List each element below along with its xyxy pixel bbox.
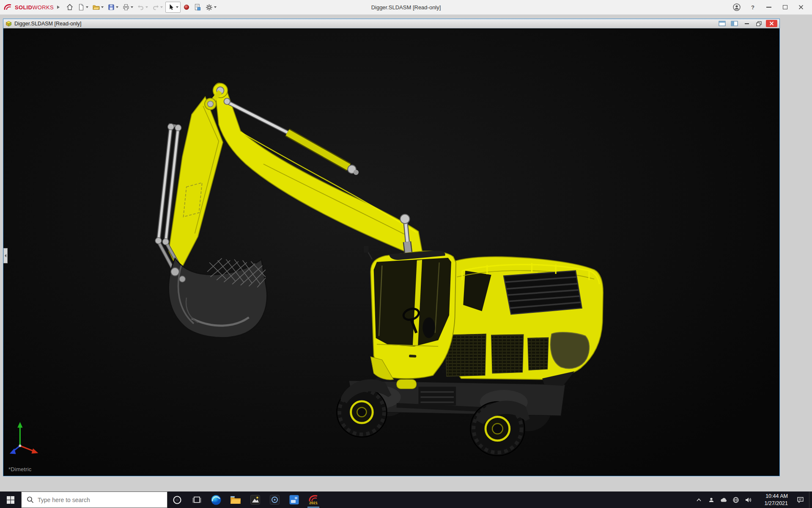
volume-button[interactable]	[742, 491, 754, 508]
onedrive-icon	[720, 497, 727, 502]
excavator-model-render[interactable]	[3, 28, 779, 476]
undo-icon	[137, 3, 145, 11]
doc-restore-button[interactable]	[754, 20, 764, 27]
save-icon	[107, 3, 115, 11]
print-button[interactable]	[121, 2, 134, 13]
doc-restore-icon	[756, 21, 762, 26]
onedrive-button[interactable]	[717, 491, 730, 508]
cortana-button[interactable]	[167, 491, 187, 508]
save-dropdown-icon[interactable]	[116, 6, 118, 8]
menu-expand-arrow-icon[interactable]	[57, 6, 60, 9]
close-button[interactable]	[793, 1, 809, 14]
file-explorer-button[interactable]	[226, 491, 245, 508]
notification-center-button[interactable]	[791, 491, 809, 508]
maximize-button[interactable]	[777, 1, 793, 14]
redo-icon	[152, 3, 159, 11]
search-input[interactable]	[38, 497, 167, 503]
tray-expand-button[interactable]	[693, 491, 705, 508]
select-dropdown-icon[interactable]	[176, 6, 178, 8]
split-window-icon	[731, 21, 738, 26]
file-explorer-icon	[230, 495, 241, 505]
open-dropdown-icon[interactable]	[101, 6, 104, 8]
excavator-stick-and-bucket[interactable]	[155, 91, 267, 337]
appearance-button[interactable]	[182, 2, 191, 13]
graphics-area[interactable]: *Dimetric	[3, 28, 779, 476]
clock-date: 1/27/2021	[764, 500, 788, 507]
window-title: Digger.SLDASM [Read-only]	[371, 4, 441, 11]
volume-icon	[745, 497, 752, 503]
featuremanager-collapsed-tab[interactable]	[3, 248, 8, 263]
document-titlebar[interactable]: Digger.SLDASM [Read-only]	[3, 19, 779, 28]
solidworks-ds-mark	[3, 3, 13, 11]
system-tray: 10:44 AM 1/27/2021	[693, 491, 812, 508]
brand-works: WORKS	[32, 4, 54, 11]
print-icon	[122, 3, 130, 11]
options-dropdown-icon[interactable]	[214, 6, 217, 8]
task-view-button[interactable]	[187, 491, 206, 508]
home-button[interactable]	[65, 2, 75, 13]
show-desktop-button[interactable]	[809, 491, 812, 508]
view-orientation-label: *Dimetric	[8, 466, 32, 472]
redo-button[interactable]	[151, 2, 164, 13]
open-button[interactable]	[91, 2, 105, 13]
quick-access-toolbar	[65, 2, 218, 13]
save-button[interactable]	[106, 2, 120, 13]
tray-expand-icon	[696, 498, 702, 502]
open-icon	[92, 3, 100, 11]
photos-icon	[250, 494, 261, 505]
document-settings-button[interactable]	[192, 2, 203, 13]
running-app-indicator	[307, 507, 319, 508]
start-button[interactable]	[0, 491, 21, 508]
options-button[interactable]	[204, 2, 218, 13]
orientation-triad-icon	[10, 422, 38, 454]
document-title: Digger.SLDASM [Read-only]	[14, 21, 81, 27]
window-controls: ?	[729, 1, 809, 14]
new-document-icon	[77, 3, 85, 11]
blue-app-button[interactable]	[284, 491, 304, 508]
document-window-controls	[717, 20, 777, 27]
undo-button[interactable]	[136, 2, 149, 13]
network-button[interactable]	[730, 491, 742, 508]
taskbar-clock[interactable]: 10:44 AM 1/27/2021	[754, 491, 791, 508]
app-titlebar: SOLIDWORKS	[0, 0, 812, 15]
tile-window-icon	[719, 21, 726, 26]
solidworks-version-badge: 2021	[309, 501, 318, 505]
taskbar: 2021	[0, 491, 812, 508]
excavator-boom[interactable]	[213, 83, 424, 263]
minimize-button[interactable]	[761, 1, 776, 14]
photos-button[interactable]	[245, 491, 265, 508]
start-icon	[7, 496, 14, 504]
brand-solid: SOLID	[15, 4, 32, 11]
brand-text: SOLIDWORKS	[15, 4, 54, 11]
options-gear-icon	[205, 3, 213, 11]
doc-close-button[interactable]	[766, 20, 777, 27]
excavator-cab[interactable]	[364, 246, 456, 380]
doc-minimize-icon	[745, 23, 749, 24]
excavator-body[interactable]	[445, 257, 603, 386]
split-window-button[interactable]	[729, 20, 740, 27]
help-button[interactable]: ?	[745, 1, 760, 14]
edge-button[interactable]	[206, 491, 226, 508]
collapse-arrow-icon	[5, 254, 6, 257]
solidworks-taskbar-button[interactable]: 2021	[304, 491, 323, 508]
cortana-icon	[173, 495, 182, 505]
doc-close-icon	[769, 21, 774, 26]
doc-minimize-button[interactable]	[741, 20, 752, 27]
new-document-dropdown-icon[interactable]	[86, 6, 88, 8]
meet-now-icon	[708, 497, 715, 503]
redo-dropdown-icon[interactable]	[160, 6, 163, 8]
meet-now-button[interactable]	[705, 491, 717, 508]
undo-dropdown-icon[interactable]	[145, 6, 148, 8]
taskbar-search[interactable]	[21, 491, 167, 508]
print-dropdown-icon[interactable]	[131, 6, 133, 8]
media-app-button[interactable]	[265, 491, 284, 508]
notification-center-icon	[797, 497, 804, 503]
excavator-bucket[interactable]	[169, 258, 267, 337]
tile-window-button[interactable]	[717, 20, 727, 27]
media-app-icon	[269, 494, 280, 505]
account-icon	[732, 3, 741, 11]
account-button[interactable]	[729, 1, 744, 14]
document-settings-icon	[194, 3, 201, 11]
new-document-button[interactable]	[76, 2, 90, 13]
select-tool-button[interactable]	[165, 2, 181, 13]
